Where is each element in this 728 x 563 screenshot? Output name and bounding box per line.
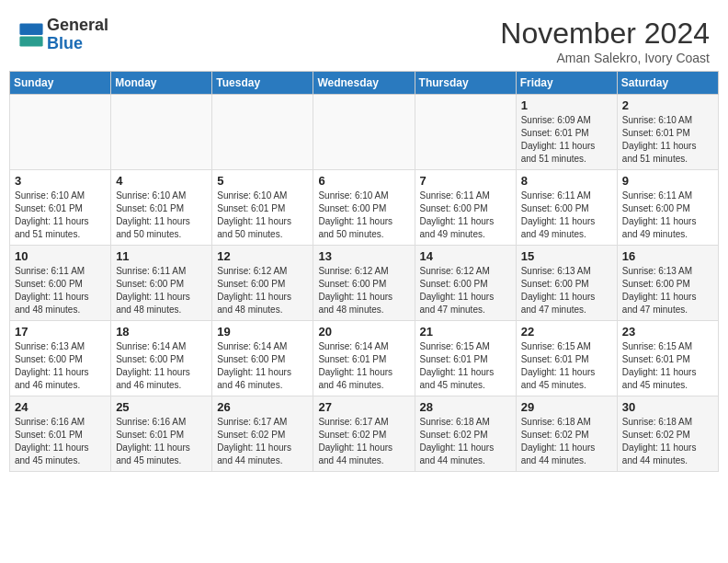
calendar-header-tuesday: Tuesday	[212, 72, 313, 95]
calendar-cell: 19Sunrise: 6:14 AM Sunset: 6:00 PM Dayli…	[212, 321, 313, 396]
calendar-cell: 20Sunrise: 6:14 AM Sunset: 6:01 PM Dayli…	[313, 321, 415, 396]
calendar-cell: 12Sunrise: 6:12 AM Sunset: 6:00 PM Dayli…	[212, 246, 313, 321]
day-info: Sunrise: 6:11 AM Sunset: 6:00 PM Dayligh…	[15, 265, 106, 316]
day-number: 11	[116, 249, 207, 263]
calendar-table: SundayMondayTuesdayWednesdayThursdayFrid…	[9, 71, 719, 472]
day-info: Sunrise: 6:12 AM Sunset: 6:00 PM Dayligh…	[318, 265, 409, 316]
calendar-header-monday: Monday	[111, 72, 212, 95]
day-info: Sunrise: 6:12 AM Sunset: 6:00 PM Dayligh…	[420, 265, 511, 316]
day-info: Sunrise: 6:11 AM Sunset: 6:00 PM Dayligh…	[521, 190, 612, 241]
day-number: 10	[15, 249, 106, 263]
day-info: Sunrise: 6:10 AM Sunset: 6:01 PM Dayligh…	[217, 190, 308, 241]
day-number: 9	[622, 174, 713, 188]
day-number: 20	[318, 325, 409, 339]
day-info: Sunrise: 6:10 AM Sunset: 6:01 PM Dayligh…	[622, 114, 713, 166]
day-info: Sunrise: 6:14 AM Sunset: 6:01 PM Dayligh…	[318, 340, 409, 392]
calendar-cell: 28Sunrise: 6:18 AM Sunset: 6:02 PM Dayli…	[415, 396, 516, 472]
day-info: Sunrise: 6:14 AM Sunset: 6:00 PM Dayligh…	[116, 340, 207, 392]
day-number: 1	[521, 98, 612, 112]
day-number: 24	[15, 400, 106, 414]
day-number: 25	[116, 400, 207, 414]
logo-blue: Blue	[47, 35, 108, 53]
day-info: Sunrise: 6:18 AM Sunset: 6:02 PM Dayligh…	[622, 416, 713, 467]
logo-general: General	[47, 17, 108, 35]
day-info: Sunrise: 6:10 AM Sunset: 6:00 PM Dayligh…	[318, 190, 409, 241]
day-info: Sunrise: 6:11 AM Sunset: 6:00 PM Dayligh…	[420, 190, 511, 241]
day-info: Sunrise: 6:16 AM Sunset: 6:01 PM Dayligh…	[15, 416, 106, 467]
calendar-cell: 6Sunrise: 6:10 AM Sunset: 6:00 PM Daylig…	[313, 170, 415, 246]
day-info: Sunrise: 6:11 AM Sunset: 6:00 PM Dayligh…	[116, 265, 207, 316]
title-block: November 2024 Aman Salekro, Ivory Coast	[500, 17, 710, 65]
day-info: Sunrise: 6:18 AM Sunset: 6:02 PM Dayligh…	[420, 416, 511, 467]
calendar-header-wednesday: Wednesday	[313, 72, 415, 95]
day-info: Sunrise: 6:13 AM Sunset: 6:00 PM Dayligh…	[15, 340, 106, 392]
calendar-header-row: SundayMondayTuesdayWednesdayThursdayFrid…	[10, 72, 719, 95]
day-number: 26	[217, 400, 308, 414]
calendar-cell: 16Sunrise: 6:13 AM Sunset: 6:00 PM Dayli…	[617, 246, 718, 321]
logo: General Blue	[18, 17, 108, 53]
calendar-cell: 27Sunrise: 6:17 AM Sunset: 6:02 PM Dayli…	[313, 396, 415, 472]
calendar-cell	[313, 95, 415, 170]
logo-icon	[18, 22, 44, 48]
calendar-cell: 29Sunrise: 6:18 AM Sunset: 6:02 PM Dayli…	[516, 396, 617, 472]
calendar-cell: 10Sunrise: 6:11 AM Sunset: 6:00 PM Dayli…	[10, 246, 111, 321]
calendar-cell: 7Sunrise: 6:11 AM Sunset: 6:00 PM Daylig…	[415, 170, 516, 246]
day-info: Sunrise: 6:12 AM Sunset: 6:00 PM Dayligh…	[217, 265, 308, 316]
calendar-cell: 21Sunrise: 6:15 AM Sunset: 6:01 PM Dayli…	[415, 321, 516, 396]
day-number: 19	[217, 325, 308, 339]
day-info: Sunrise: 6:15 AM Sunset: 6:01 PM Dayligh…	[420, 340, 511, 392]
calendar-header-friday: Friday	[516, 72, 617, 95]
day-number: 21	[420, 325, 511, 339]
day-number: 30	[622, 400, 713, 414]
calendar-cell: 3Sunrise: 6:10 AM Sunset: 6:01 PM Daylig…	[10, 170, 111, 246]
day-number: 14	[420, 249, 511, 263]
day-number: 28	[420, 400, 511, 414]
day-number: 6	[318, 174, 409, 188]
day-info: Sunrise: 6:10 AM Sunset: 6:01 PM Dayligh…	[116, 190, 207, 241]
calendar-cell: 11Sunrise: 6:11 AM Sunset: 6:00 PM Dayli…	[111, 246, 212, 321]
location-title: Aman Salekro, Ivory Coast	[500, 51, 710, 65]
calendar-cell: 8Sunrise: 6:11 AM Sunset: 6:00 PM Daylig…	[516, 170, 617, 246]
month-title: November 2024	[500, 17, 710, 51]
day-number: 23	[622, 325, 713, 339]
day-number: 7	[420, 174, 511, 188]
day-info: Sunrise: 6:16 AM Sunset: 6:01 PM Dayligh…	[116, 416, 207, 467]
day-number: 22	[521, 325, 612, 339]
day-number: 12	[217, 249, 308, 263]
page-header: General Blue November 2024 Aman Salekro,…	[9, 9, 719, 71]
calendar-cell: 17Sunrise: 6:13 AM Sunset: 6:00 PM Dayli…	[10, 321, 111, 396]
calendar-cell: 26Sunrise: 6:17 AM Sunset: 6:02 PM Dayli…	[212, 396, 313, 472]
day-number: 13	[318, 249, 409, 263]
calendar-week-1: 1Sunrise: 6:09 AM Sunset: 6:01 PM Daylig…	[10, 95, 719, 170]
day-info: Sunrise: 6:13 AM Sunset: 6:00 PM Dayligh…	[622, 265, 713, 316]
day-info: Sunrise: 6:09 AM Sunset: 6:01 PM Dayligh…	[521, 114, 612, 166]
calendar-cell: 18Sunrise: 6:14 AM Sunset: 6:00 PM Dayli…	[111, 321, 212, 396]
calendar-header-thursday: Thursday	[415, 72, 516, 95]
day-number: 16	[622, 249, 713, 263]
day-info: Sunrise: 6:10 AM Sunset: 6:01 PM Dayligh…	[15, 190, 106, 241]
day-number: 17	[15, 325, 106, 339]
calendar-cell: 2Sunrise: 6:10 AM Sunset: 6:01 PM Daylig…	[617, 95, 718, 170]
day-number: 8	[521, 174, 612, 188]
day-number: 4	[116, 174, 207, 188]
calendar-cell: 14Sunrise: 6:12 AM Sunset: 6:00 PM Dayli…	[415, 246, 516, 321]
calendar-week-4: 17Sunrise: 6:13 AM Sunset: 6:00 PM Dayli…	[10, 321, 719, 396]
day-info: Sunrise: 6:18 AM Sunset: 6:02 PM Dayligh…	[521, 416, 612, 467]
calendar-cell: 13Sunrise: 6:12 AM Sunset: 6:00 PM Dayli…	[313, 246, 415, 321]
calendar-header-saturday: Saturday	[617, 72, 718, 95]
calendar-cell: 25Sunrise: 6:16 AM Sunset: 6:01 PM Dayli…	[111, 396, 212, 472]
day-info: Sunrise: 6:11 AM Sunset: 6:00 PM Dayligh…	[622, 190, 713, 241]
day-info: Sunrise: 6:17 AM Sunset: 6:02 PM Dayligh…	[318, 416, 409, 467]
day-info: Sunrise: 6:13 AM Sunset: 6:00 PM Dayligh…	[521, 265, 612, 316]
day-number: 15	[521, 249, 612, 263]
calendar-cell: 1Sunrise: 6:09 AM Sunset: 6:01 PM Daylig…	[516, 95, 617, 170]
calendar-week-3: 10Sunrise: 6:11 AM Sunset: 6:00 PM Dayli…	[10, 246, 719, 321]
svg-rect-1	[19, 36, 42, 46]
day-number: 18	[116, 325, 207, 339]
day-number: 29	[521, 400, 612, 414]
day-number: 5	[217, 174, 308, 188]
calendar-cell: 24Sunrise: 6:16 AM Sunset: 6:01 PM Dayli…	[10, 396, 111, 472]
calendar-cell	[212, 95, 313, 170]
calendar-cell: 4Sunrise: 6:10 AM Sunset: 6:01 PM Daylig…	[111, 170, 212, 246]
calendar-cell: 30Sunrise: 6:18 AM Sunset: 6:02 PM Dayli…	[617, 396, 718, 472]
